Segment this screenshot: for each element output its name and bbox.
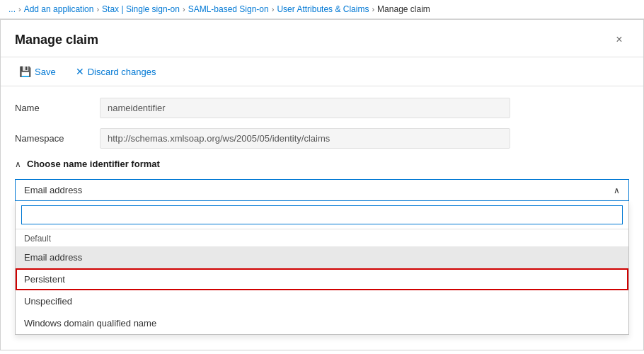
name-identifier-dropdown: Email address ∧ Default Email address Pe… [15,179,629,201]
dropdown-selected-label: Email address [24,185,82,195]
toolbar: 💾 Save ✕ Discard changes [1,57,643,86]
breadcrumb-sep-4: › [372,5,374,13]
save-button[interactable]: 💾 Save [15,63,60,80]
namespace-value: http://schemas.xmlsoap.org/ws/2005/05/id… [100,128,510,149]
breadcrumb-sep-2: › [183,5,185,13]
section-header: ∧ Choose name identifier format [15,159,629,169]
dropdown-arrow-icon: ∧ [614,185,620,195]
panel-header: Manage claim × [1,20,643,57]
breadcrumb-saml[interactable]: SAML-based Sign-on [188,4,269,14]
section-toggle-icon[interactable]: ∧ [15,159,21,169]
breadcrumb-sep-0: › [18,5,21,13]
breadcrumb: ... › Add an application › Stax | Single… [0,0,644,19]
name-value: nameidentifier [100,98,510,118]
namespace-label: Namespace [15,133,100,144]
breadcrumb-sep-3: › [272,5,275,13]
dropdown-item-persistent[interactable]: Persistent [16,268,628,290]
breadcrumb-manage-claim: Manage claim [377,4,430,14]
dropdown-item-windows[interactable]: Windows domain qualified name [16,312,628,334]
dropdown-group-label: Default [16,229,628,246]
dropdown-list: Default Email address Persistent Unspeci… [15,201,629,335]
breadcrumb-sep-1: › [96,5,99,13]
breadcrumb-add-application[interactable]: Add an application [24,4,94,14]
panel-title: Manage claim [15,33,98,47]
dropdown-search-input[interactable] [21,205,623,224]
discard-icon: ✕ [76,66,84,77]
dropdown-item-email[interactable]: Email address [16,246,628,268]
save-label: Save [35,67,56,77]
form-content: Name nameidentifier Namespace http://sch… [1,86,643,212]
name-row: Name nameidentifier [15,98,629,118]
section-title: Choose name identifier format [27,159,160,169]
dropdown-selected[interactable]: Email address ∧ [15,179,629,201]
name-label: Name [15,103,100,113]
namespace-row: Namespace http://schemas.xmlsoap.org/ws/… [15,128,629,149]
dropdown-search-container [16,201,628,229]
save-icon: 💾 [19,66,31,77]
dropdown-item-unspecified[interactable]: Unspecified [16,290,628,312]
discard-button[interactable]: ✕ Discard changes [71,63,161,80]
breadcrumb-ellipsis[interactable]: ... [8,4,16,14]
close-button[interactable]: × [609,30,629,50]
breadcrumb-stax[interactable]: Stax | Single sign-on [102,4,180,14]
breadcrumb-user-attributes[interactable]: User Attributes & Claims [277,4,369,14]
manage-claim-panel: Manage claim × 💾 Save ✕ Discard changes … [0,19,644,350]
discard-label: Discard changes [88,67,156,77]
